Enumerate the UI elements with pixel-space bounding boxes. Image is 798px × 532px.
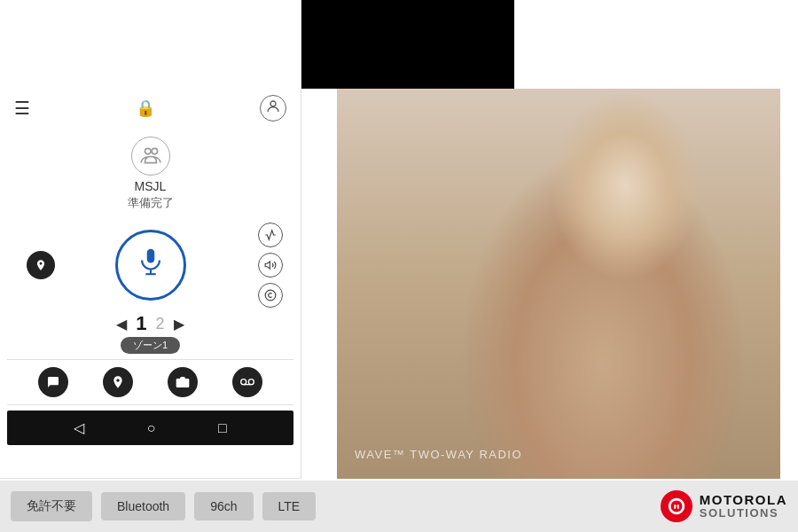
motorola-name: MOTOROLA [700, 493, 787, 508]
phone-panel: ☰ 🔒 MSJL 準備完了 [0, 0, 301, 479]
channel-section: ◀ 1 2 ▶ [0, 312, 301, 335]
voicemail-action-btn[interactable] [232, 367, 262, 397]
profile-icon-glyph [265, 98, 281, 118]
feature-tag-2[interactable]: 96ch [194, 492, 253, 520]
feature-tag-3[interactable]: LTE [262, 492, 317, 520]
svg-point-7 [265, 290, 276, 301]
channel-next-arrow[interactable]: ▶ [174, 316, 184, 332]
location-action-btn[interactable] [103, 367, 133, 397]
location-pin-icon[interactable] [27, 251, 55, 279]
bottom-actions-row [7, 359, 293, 405]
phone-top-bar: ☰ 🔒 [0, 89, 301, 128]
group-section: MSJL 準備完了 [0, 128, 301, 215]
feature-tag-0[interactable]: 免許不要 [11, 491, 92, 521]
channel-inactive: 2 [156, 315, 165, 333]
motorola-logo: MOTOROLA SOLUTIONS [661, 490, 787, 522]
motorola-m-icon [661, 490, 692, 522]
feature-tag-1[interactable]: Bluetooth [101, 492, 185, 520]
wave-label: WAVE™ TWO-WAY RADIO [355, 448, 522, 461]
signal-icon-btn[interactable] [258, 223, 283, 247]
zone-badge: ゾーン1 [0, 337, 301, 354]
feature-tags-bar: 免許不要 Bluetooth 96ch LTE MOTOROLA SOLUTIO… [0, 481, 798, 532]
nav-recent-btn[interactable]: □ [218, 420, 227, 436]
lock-icon: 🔒 [136, 98, 155, 118]
svg-point-10 [248, 379, 254, 385]
motorola-solutions: SOLUTIONS [700, 507, 787, 520]
camera-action-btn[interactable] [168, 367, 198, 397]
chat-action-btn[interactable] [38, 367, 68, 397]
channel-prev-arrow[interactable]: ◀ [116, 316, 127, 332]
svg-point-9 [240, 379, 246, 385]
svg-point-2 [152, 148, 158, 154]
group-name: MSJL [135, 179, 167, 193]
motorola-brand-text: MOTOROLA SOLUTIONS [700, 493, 787, 520]
nav-back-btn[interactable]: ◁ [74, 419, 84, 436]
profile-icon[interactable] [260, 95, 286, 121]
svg-point-0 [270, 101, 276, 106]
volume-icon-btn[interactable] [258, 253, 283, 278]
copyright-icon-btn[interactable] [258, 283, 283, 308]
status-text: 準備完了 [128, 195, 174, 211]
channel-active: 1 [136, 312, 146, 335]
mic-icon [136, 246, 166, 284]
photo-section: WAVE™ TWO-WAY RADIO [337, 89, 780, 479]
svg-point-1 [145, 148, 151, 154]
android-nav-bar: ◁ ○ □ [7, 411, 293, 445]
person-photo [337, 89, 780, 479]
ptt-section [0, 225, 301, 305]
svg-marker-6 [265, 262, 270, 269]
hamburger-menu-icon[interactable]: ☰ [14, 98, 30, 119]
zone-label: ゾーン1 [121, 337, 180, 354]
right-icons-group [258, 223, 283, 308]
group-icon [131, 137, 170, 176]
nav-home-btn[interactable]: ○ [147, 420, 156, 436]
ptt-button[interactable] [115, 230, 186, 301]
svg-rect-3 [146, 249, 154, 263]
